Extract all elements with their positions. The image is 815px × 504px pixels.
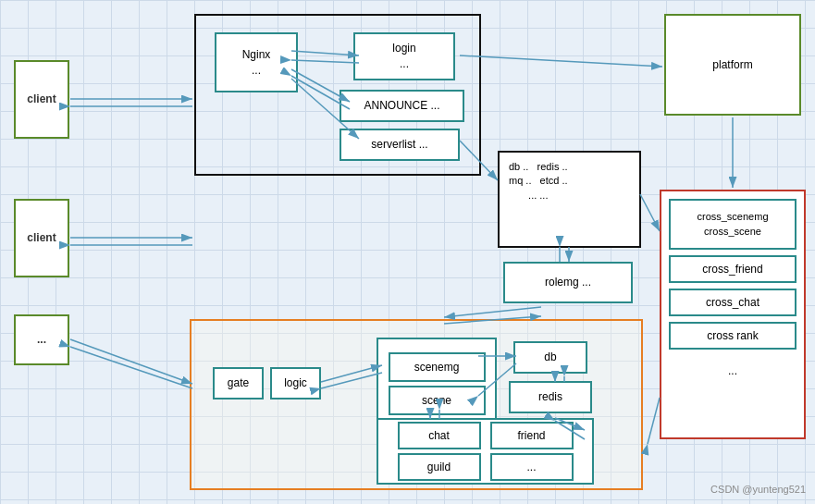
cross-dots-box: ... bbox=[669, 355, 796, 387]
svg-line-14 bbox=[460, 55, 662, 67]
rolemg-box: rolemg ... bbox=[503, 262, 633, 303]
chat-box: chat bbox=[398, 422, 481, 449]
cross-scenemg-label: cross_scenemgcross_scene bbox=[697, 210, 768, 239]
cross-scenemg-box: cross_scenemgcross_scene bbox=[669, 199, 796, 250]
serverlist-label: serverlist ... bbox=[371, 137, 427, 153]
platform-label: platform bbox=[712, 57, 752, 73]
rolemg-label: rolemg ... bbox=[545, 275, 591, 290]
cross-chat-label: cross_chat bbox=[706, 295, 759, 311]
diagram-container: client client ... Nginx... login... ANNO… bbox=[0, 0, 815, 504]
db-content-label: db .. redis ..mq .. etcd ..... ... bbox=[509, 160, 568, 203]
logic-box: logic bbox=[270, 367, 321, 400]
nginx-label: Nginx... bbox=[242, 47, 271, 79]
watermark: CSDN @yunteng521 bbox=[710, 484, 806, 495]
scenemg-label: scenemg bbox=[414, 360, 460, 375]
client3-box: ... bbox=[14, 314, 69, 365]
cross-rank-box: cross rank bbox=[669, 322, 796, 350]
logic-label: logic bbox=[284, 375, 307, 391]
cross-dots-label: ... bbox=[728, 363, 737, 379]
gate-box: gate bbox=[213, 367, 264, 400]
cross-outer-box: cross_scenemgcross_scene cross_friend cr… bbox=[660, 190, 806, 439]
db-game-label: db bbox=[544, 350, 556, 365]
svg-line-28 bbox=[648, 398, 660, 444]
scenemg-scene-group: scenemg scene bbox=[377, 338, 497, 430]
friend-label: friend bbox=[517, 428, 545, 444]
nginx-outer-box: Nginx... login... ANNOUNCE ... serverlis… bbox=[194, 14, 481, 176]
svg-line-20 bbox=[444, 307, 541, 317]
scenemg-box: scenemg bbox=[389, 352, 486, 382]
gate-label: gate bbox=[228, 375, 249, 391]
announce-label: ANNOUNCE ... bbox=[364, 98, 439, 114]
friend-box: friend bbox=[490, 422, 574, 449]
announce-box: ANNOUNCE ... bbox=[340, 90, 464, 122]
scene-label: scene bbox=[422, 393, 451, 409]
client2-label: client bbox=[27, 230, 56, 246]
redis-game-box: redis bbox=[509, 381, 592, 413]
dots-game2-label: ... bbox=[526, 460, 536, 475]
cross-friend-box: cross_friend bbox=[669, 255, 796, 283]
serverlist-box: serverlist ... bbox=[340, 129, 460, 161]
cross-friend-label: cross_friend bbox=[702, 262, 762, 277]
client1-label: client bbox=[27, 92, 56, 107]
cross-rank-label: cross rank bbox=[707, 328, 758, 344]
dots-game2-box: ... bbox=[490, 453, 574, 481]
cross-chat-box: cross_chat bbox=[669, 289, 796, 316]
redis-game-label: redis bbox=[538, 389, 562, 405]
client1-box: client bbox=[14, 60, 69, 139]
nginx-inner-box: Nginx... bbox=[215, 32, 298, 92]
scene-box: scene bbox=[389, 386, 486, 415]
svg-line-19 bbox=[640, 194, 660, 231]
login-box: login... bbox=[353, 32, 455, 80]
svg-line-8 bbox=[70, 347, 192, 388]
game-outer-box: gate logic scenemg scene db redis bbox=[190, 319, 643, 490]
db-outer-box: db .. redis ..mq .. etcd ..... ... bbox=[498, 151, 641, 248]
chat-label: chat bbox=[428, 428, 450, 444]
guild-box: guild bbox=[398, 453, 481, 481]
client3-label: ... bbox=[37, 332, 46, 348]
svg-line-7 bbox=[70, 339, 192, 384]
client2-box: client bbox=[14, 199, 69, 277]
platform-box: platform bbox=[664, 14, 801, 116]
db-game-box: db bbox=[513, 341, 587, 374]
guild-label: guild bbox=[427, 460, 451, 475]
chat-friend-group: chat friend guild ... bbox=[377, 418, 594, 485]
login-label: login... bbox=[392, 41, 415, 72]
